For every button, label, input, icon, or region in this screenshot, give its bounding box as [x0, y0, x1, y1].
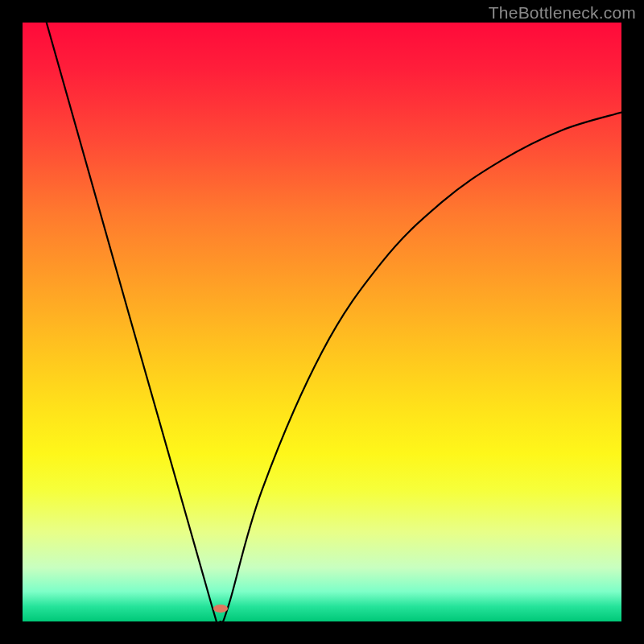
watermark-text: TheBottleneck.com [489, 3, 636, 23]
optimal-point-marker [213, 605, 228, 613]
bottleneck-curve [23, 23, 621, 621]
plot-area [23, 23, 621, 621]
chart-frame: TheBottleneck.com [0, 0, 644, 644]
